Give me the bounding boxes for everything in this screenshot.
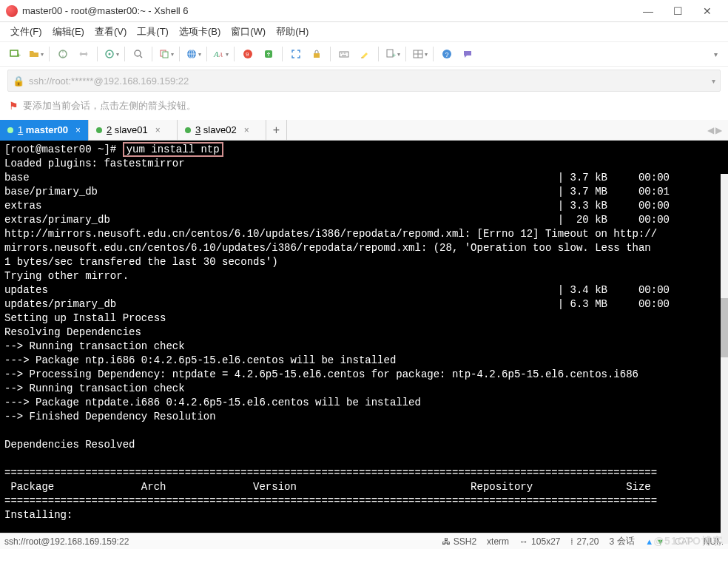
tab-next-icon[interactable]: ▶ (715, 125, 722, 135)
status-dot-icon (96, 127, 102, 133)
svg-text:?: ? (445, 51, 449, 58)
title-bar: master00 - root@master00:~ - Xshell 6 — … (0, 0, 728, 22)
close-button[interactable]: ✕ (692, 0, 722, 22)
lock-icon[interactable] (308, 45, 326, 63)
close-tab-icon[interactable]: × (155, 125, 161, 135)
address-bar[interactable]: 🔒 ssh://root:******@192.168.169.159:22 ▾ (7, 70, 721, 92)
watermark: @51CTO博客 (653, 535, 724, 548)
status-sessions: 3 会话 (610, 535, 636, 548)
tab-master00[interactable]: 1 master00 × (0, 120, 89, 140)
feedback-icon[interactable] (459, 45, 476, 63)
font-icon[interactable]: AA▾ (212, 45, 229, 63)
menu-bar: 文件(F) 编辑(E) 查看(V) 工具(T) 选项卡(B) 窗口(W) 帮助(… (0, 22, 728, 41)
xshell-icon[interactable]: 9 (239, 45, 257, 63)
tab-nav: ◀ ▶ (707, 120, 728, 140)
size-icon: ↔ (519, 536, 528, 547)
svg-text:+: + (392, 52, 396, 59)
svg-rect-7 (163, 52, 168, 58)
app-icon (6, 5, 18, 17)
tab-number: 2 (107, 124, 112, 135)
status-connection: ssh://root@192.168.169.159:22 (4, 536, 129, 547)
open-session-icon[interactable]: ▾ (27, 45, 44, 63)
menu-window[interactable]: 窗口(W) (231, 25, 266, 38)
status-dot-icon (185, 127, 191, 133)
address-text: ssh://root:******@192.168.169.159:22 (29, 75, 189, 87)
menu-help[interactable]: 帮助(H) (276, 25, 309, 38)
script-icon[interactable]: +▾ (383, 45, 401, 63)
status-size: ↔105x27 (519, 536, 560, 547)
close-tab-icon[interactable]: × (75, 125, 81, 135)
reconnect-icon[interactable] (54, 45, 72, 63)
status-dot-icon (7, 127, 13, 133)
globe-icon[interactable]: ▾ (184, 45, 202, 63)
menu-edit[interactable]: 编辑(E) (53, 25, 84, 38)
scrollbar-thumb[interactable] (721, 298, 728, 357)
svg-point-5 (135, 50, 141, 56)
tab-label: slave02 (203, 124, 237, 135)
window-title: master00 - root@master00:~ - Xshell 6 (22, 5, 633, 16)
tab-number: 3 (195, 124, 200, 135)
status-protocol: 🖧SSH2 (442, 536, 476, 547)
svg-point-4 (108, 53, 110, 55)
minimize-button[interactable]: — (633, 0, 663, 22)
add-tab-button[interactable]: + (266, 120, 287, 140)
new-session-icon[interactable]: + (6, 45, 24, 63)
terminal[interactable]: [root@master00 ~]# yum install ntp Loade… (0, 141, 728, 533)
status-termtype: xterm (487, 536, 509, 547)
lock-icon: 🔒 (13, 75, 24, 87)
tab-bar: 1 master00 × 2 slave01 × 3 slave02 × + ◀… (0, 120, 728, 141)
svg-text:A: A (218, 52, 223, 58)
svg-text:+: + (17, 52, 21, 59)
scrollbar[interactable] (721, 174, 728, 544)
hint-bar: ⚑ 要添加当前会话，点击左侧的箭头按钮。 (0, 95, 728, 120)
ssh-icon: 🖧 (442, 536, 451, 547)
keyboard-icon[interactable] (335, 45, 353, 63)
status-cursor: ⁞27,20 (570, 536, 599, 547)
menu-file[interactable]: 文件(F) (10, 25, 42, 38)
close-tab-icon[interactable]: × (244, 125, 249, 135)
svg-text:9: 9 (246, 51, 249, 58)
search-icon[interactable] (129, 45, 147, 63)
xftp-icon[interactable] (260, 45, 277, 63)
hint-text: 要添加当前会话，点击左侧的箭头按钮。 (23, 99, 196, 112)
menu-tools[interactable]: 工具(T) (137, 25, 169, 38)
tab-slave01[interactable]: 2 slave01 × (89, 120, 178, 140)
tab-label: master00 (26, 124, 68, 135)
properties-icon[interactable]: ▾ (102, 45, 120, 63)
help-icon[interactable]: ? (438, 45, 456, 63)
copy-icon[interactable]: ▾ (157, 45, 175, 63)
tab-prev-icon[interactable]: ◀ (707, 125, 714, 135)
menu-view[interactable]: 查看(V) (95, 25, 127, 38)
disconnect-icon[interactable] (75, 45, 92, 63)
menu-tabs[interactable]: 选项卡(B) (179, 25, 220, 38)
cursor-icon: ⁞ (570, 536, 573, 547)
tab-label: slave01 (115, 124, 148, 135)
tab-number: 1 (18, 124, 23, 135)
maximize-button[interactable]: ☐ (663, 0, 692, 22)
flag-icon: ⚑ (9, 100, 18, 112)
svg-rect-16 (340, 52, 348, 57)
status-bar: ssh://root@192.168.169.159:22 🖧SSH2 xter… (0, 533, 728, 549)
address-dropdown-icon[interactable]: ▾ (712, 77, 715, 85)
fullscreen-icon[interactable] (287, 45, 305, 63)
svg-text:A: A (213, 50, 219, 58)
toolbar-overflow-icon[interactable]: ▾ (710, 50, 722, 58)
tab-slave02[interactable]: 3 slave02 × (178, 120, 266, 140)
layout-icon[interactable]: ▾ (411, 45, 428, 63)
toolbar: + ▾ ▾ ▾ ▾ AA▾ 9 +▾ ▾ ? ▾ (0, 41, 728, 67)
svg-rect-15 (314, 53, 320, 58)
arrow-up-icon[interactable]: ▲ (645, 537, 653, 546)
highlight-icon[interactable] (356, 45, 374, 63)
